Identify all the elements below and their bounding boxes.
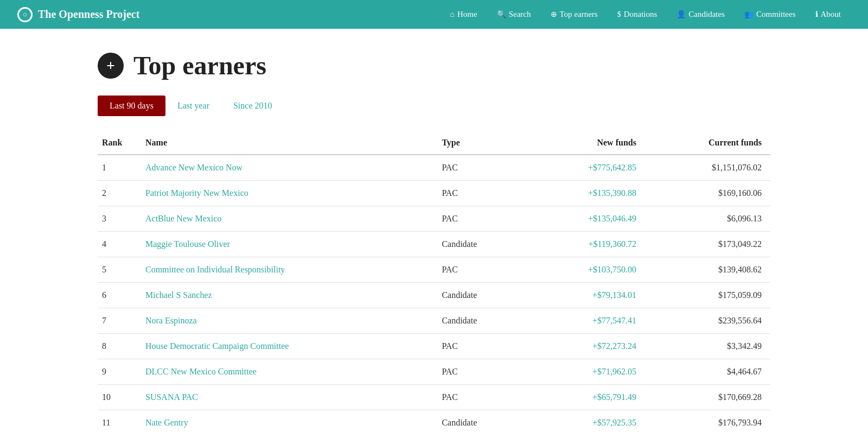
cell-new-funds: +$103,750.00	[529, 257, 645, 283]
table-row: 5 Committee on Individual Responsibility…	[98, 257, 770, 283]
cell-rank: 5	[98, 257, 141, 283]
earner-link[interactable]: DLCC New Mexico Committee	[145, 367, 257, 376]
tab-last-90-days[interactable]: Last 90 days	[98, 96, 165, 116]
top-earners-table: Rank Name Type New funds Current funds 1…	[98, 131, 770, 432]
cell-name: Maggie Toulouse Oliver	[141, 232, 437, 257]
cell-name: Michael S Sanchez	[141, 283, 437, 308]
table-header-row: Rank Name Type New funds Current funds	[98, 131, 770, 155]
cell-current-funds: $3,342.49	[645, 334, 770, 359]
table-row: 2 Patriot Majority New Mexico PAC +$135,…	[98, 181, 770, 206]
nav-about[interactable]: ℹ About	[806, 0, 851, 29]
cell-type: PAC	[437, 155, 528, 181]
cell-name: DLCC New Mexico Committee	[141, 359, 437, 385]
cell-name: Committee on Individual Responsibility	[141, 257, 437, 283]
earner-link[interactable]: ActBlue New Mexico	[145, 214, 221, 223]
cell-type: PAC	[437, 206, 528, 232]
cell-rank: 11	[98, 410, 141, 433]
nav-candidates[interactable]: 👤 Candidates	[667, 0, 735, 29]
plus-circle-icon: ⊕	[551, 0, 557, 29]
earner-link[interactable]: Nora Espinoza	[145, 316, 197, 325]
cell-new-funds: +$57,925.35	[529, 410, 645, 433]
earner-link[interactable]: Maggie Toulouse Oliver	[145, 239, 230, 249]
cell-current-funds: $6,096.13	[645, 206, 770, 232]
table-row: 6 Michael S Sanchez Candidate +$79,134.0…	[98, 283, 770, 308]
cell-type: Candidate	[437, 283, 528, 308]
col-rank: Rank	[98, 131, 141, 155]
logo-text: The Openness Project	[38, 8, 139, 21]
cell-rank: 4	[98, 232, 141, 257]
main-content: + Top earners Last 90 days Last year Sin…	[54, 29, 814, 432]
cell-type: PAC	[437, 334, 528, 359]
cell-new-funds: +$119,360.72	[529, 232, 645, 257]
tab-last-year[interactable]: Last year	[165, 96, 221, 116]
info-icon: ℹ	[815, 0, 818, 29]
cell-type: PAC	[437, 257, 528, 283]
cell-name: Patriot Majority New Mexico	[141, 181, 437, 206]
cell-new-funds: +$71,962.05	[529, 359, 645, 385]
cell-rank: 1	[98, 155, 141, 181]
page-title-icon: +	[98, 53, 124, 79]
nav-home[interactable]: ⌂ Home	[441, 0, 487, 29]
col-name: Name	[141, 131, 437, 155]
earner-link[interactable]: House Democratic Campaign Committee	[145, 341, 289, 351]
cell-current-funds: $176,793.94	[645, 410, 770, 433]
cell-type: PAC	[437, 181, 528, 206]
table-row: 7 Nora Espinoza Candidate +$77,547.41 $2…	[98, 308, 770, 334]
cell-name: House Democratic Campaign Committee	[141, 334, 437, 359]
cell-rank: 3	[98, 206, 141, 232]
cell-name: Advance New Mexico Now	[141, 155, 437, 181]
cell-current-funds: $4,464.67	[645, 359, 770, 385]
cell-type: Candidate	[437, 308, 528, 334]
cell-new-funds: +$65,791.49	[529, 385, 645, 410]
table-row: 3 ActBlue New Mexico PAC +$135,046.49 $6…	[98, 206, 770, 232]
cell-new-funds: +$77,547.41	[529, 308, 645, 334]
cell-type: Candidate	[437, 410, 528, 433]
nav-top-earners[interactable]: ⊕ Top earners	[541, 0, 608, 29]
cell-rank: 9	[98, 359, 141, 385]
tab-since-2010[interactable]: Since 2010	[221, 96, 284, 116]
cell-new-funds: +$135,046.49	[529, 206, 645, 232]
col-type: Type	[437, 131, 528, 155]
nav-donations[interactable]: $ Donations	[608, 0, 667, 29]
cell-rank: 7	[98, 308, 141, 334]
cell-current-funds: $239,556.64	[645, 308, 770, 334]
nav-links: ⌂ Home 🔍 Search ⊕ Top earners $ Donation…	[441, 0, 851, 29]
cell-new-funds: +$79,134.01	[529, 283, 645, 308]
dollar-icon: $	[617, 0, 621, 29]
earner-link[interactable]: Patriot Majority New Mexico	[145, 188, 248, 198]
earner-link[interactable]: Nate Gentry	[145, 418, 188, 427]
table-row: 4 Maggie Toulouse Oliver Candidate +$119…	[98, 232, 770, 257]
cell-new-funds: +$72,273.24	[529, 334, 645, 359]
table-row: 8 House Democratic Campaign Committee PA…	[98, 334, 770, 359]
table-row: 11 Nate Gentry Candidate +$57,925.35 $17…	[98, 410, 770, 433]
logo-icon: ○	[17, 7, 33, 22]
table-row: 9 DLCC New Mexico Committee PAC +$71,962…	[98, 359, 770, 385]
cell-type: PAC	[437, 359, 528, 385]
cell-rank: 8	[98, 334, 141, 359]
cell-name: Nate Gentry	[141, 410, 437, 433]
cell-type: Candidate	[437, 232, 528, 257]
earner-link[interactable]: Advance New Mexico Now	[145, 163, 242, 172]
page-title: Top earners	[133, 50, 266, 80]
col-current-funds: Current funds	[645, 131, 770, 155]
col-new-funds: New funds	[529, 131, 645, 155]
table-row: 1 Advance New Mexico Now PAC +$775,642.8…	[98, 155, 770, 181]
earner-link[interactable]: SUSANA PAC	[145, 392, 198, 402]
nav-search[interactable]: 🔍 Search	[487, 0, 541, 29]
cell-new-funds: +$135,390.88	[529, 181, 645, 206]
cell-rank: 6	[98, 283, 141, 308]
people-icon: 👥	[744, 0, 754, 29]
navbar: ○ The Openness Project ⌂ Home 🔍 Search ⊕…	[0, 0, 868, 29]
nav-committees[interactable]: 👥 Committees	[735, 0, 806, 29]
person-icon: 👤	[676, 0, 686, 29]
home-icon: ⌂	[450, 0, 455, 29]
cell-rank: 10	[98, 385, 141, 410]
cell-current-funds: $173,049.22	[645, 232, 770, 257]
earner-link[interactable]: Michael S Sanchez	[145, 290, 212, 300]
cell-name: SUSANA PAC	[141, 385, 437, 410]
cell-current-funds: $139,408.62	[645, 257, 770, 283]
page-title-area: + Top earners	[98, 50, 770, 80]
nav-logo[interactable]: ○ The Openness Project	[17, 7, 441, 22]
cell-type: PAC	[437, 385, 528, 410]
earner-link[interactable]: Committee on Individual Responsibility	[145, 265, 285, 274]
